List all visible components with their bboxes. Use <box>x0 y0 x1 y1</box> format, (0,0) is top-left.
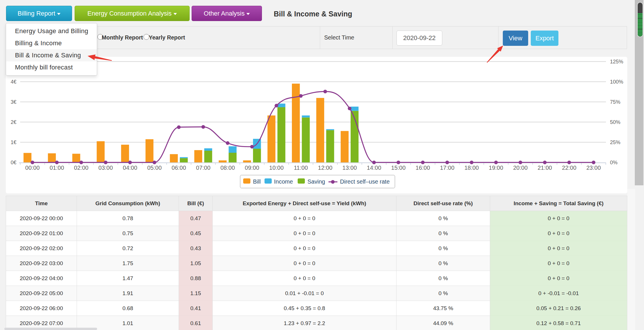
svg-text:10:00: 10:00 <box>269 165 284 171</box>
svg-text:02:00: 02:00 <box>74 165 88 171</box>
svg-text:25%: 25% <box>610 139 620 145</box>
svg-text:04:00: 04:00 <box>123 165 137 171</box>
svg-text:06:00: 06:00 <box>172 165 186 171</box>
svg-text:23:00: 23:00 <box>586 165 601 171</box>
svg-text:18:00: 18:00 <box>464 165 479 171</box>
svg-text:19:00: 19:00 <box>489 165 503 171</box>
svg-text:07:00: 07:00 <box>196 165 210 171</box>
svg-text:75%: 75% <box>610 99 620 105</box>
svg-text:21:00: 21:00 <box>538 165 552 171</box>
svg-text:01:00: 01:00 <box>50 165 64 171</box>
svg-text:11:00: 11:00 <box>294 165 308 171</box>
svg-text:14:00: 14:00 <box>367 165 381 171</box>
svg-text:3€: 3€ <box>11 99 16 105</box>
svg-text:125%: 125% <box>610 59 623 65</box>
svg-text:05:00: 05:00 <box>147 165 162 171</box>
svg-text:100%: 100% <box>610 79 623 85</box>
svg-text:16:00: 16:00 <box>416 165 430 171</box>
svg-text:1€: 1€ <box>11 139 16 145</box>
svg-text:00:00: 00:00 <box>25 165 40 171</box>
svg-text:17:00: 17:00 <box>440 165 454 171</box>
svg-text:0%: 0% <box>610 160 617 165</box>
svg-text:03:00: 03:00 <box>99 165 113 171</box>
svg-text:13:00: 13:00 <box>342 165 357 171</box>
svg-text:2€: 2€ <box>11 119 16 125</box>
svg-text:15:00: 15:00 <box>391 165 406 171</box>
svg-text:20:00: 20:00 <box>513 165 528 171</box>
svg-text:08:00: 08:00 <box>220 165 235 171</box>
svg-text:12:00: 12:00 <box>318 165 333 171</box>
svg-text:50%: 50% <box>610 119 620 125</box>
svg-text:22:00: 22:00 <box>562 165 576 171</box>
svg-text:0€: 0€ <box>11 160 16 165</box>
svg-text:4€: 4€ <box>11 79 16 85</box>
svg-text:09:00: 09:00 <box>245 165 259 171</box>
